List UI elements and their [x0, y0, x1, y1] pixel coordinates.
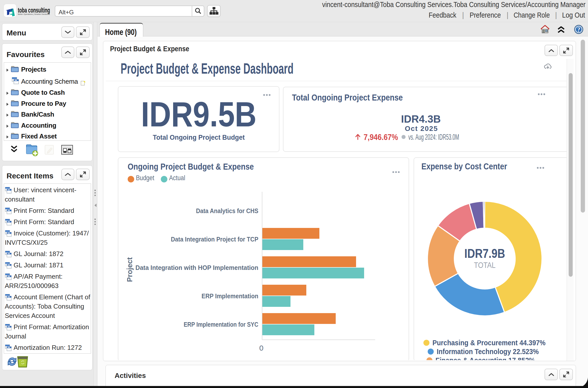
svg-text:Preference: Preference: [470, 11, 501, 19]
svg-text:vs. Aug 2024: IDR53.0M: vs. Aug 2024: IDR53.0M: [408, 133, 459, 141]
svg-text:Total Ongoing Project Budget: Total Ongoing Project Budget: [153, 133, 245, 141]
svg-text:7,946.67%: 7,946.67%: [364, 132, 398, 142]
svg-text:Project: Project: [126, 257, 134, 282]
svg-text:Data Analytics for CHS: Data Analytics for CHS: [196, 207, 258, 215]
svg-text:Home (90): Home (90): [105, 27, 137, 37]
svg-text:vincent-consultant@Toba Consul: vincent-consultant@Toba Consulting Servi…: [322, 1, 585, 9]
svg-text:IDR4.3B: IDR4.3B: [401, 113, 441, 125]
svg-text:Finance & Accounting 17.852%: Finance & Accounting 17.852%: [435, 356, 535, 360]
svg-text:ERP Implementation: ERP Implementation: [202, 292, 258, 300]
svg-text:IDR7.9B: IDR7.9B: [464, 247, 505, 261]
svg-text:|: |: [555, 11, 557, 19]
svg-text:Data Integration Project for T: Data Integration Project for TCP: [171, 235, 258, 243]
svg-text:Oct 2025: Oct 2025: [405, 125, 437, 132]
svg-text:Ongoing Project Budget & Expen: Ongoing Project Budget & Expense: [128, 162, 254, 171]
svg-text:?: ?: [577, 26, 580, 33]
svg-text:Data Integration with HOP Impl: Data Integration with HOP Implementation: [135, 264, 258, 271]
svg-text:Purchasing & Procurement 44.39: Purchasing & Procurement 44.397%: [432, 338, 546, 347]
svg-text:Expense by Cost Center: Expense by Cost Center: [421, 161, 507, 171]
svg-text:Budget: Budget: [136, 174, 154, 182]
svg-text:0: 0: [259, 344, 264, 352]
svg-text:Change Role: Change Role: [514, 11, 550, 19]
svg-text:|: |: [507, 11, 509, 19]
svg-text:Better Operations | Smarter De: Better Operations | Smarter Decisions: [18, 13, 50, 15]
svg-text:IDR9.5B: IDR9.5B: [141, 94, 257, 134]
svg-text:Project Budget & Expense: Project Budget & Expense: [110, 45, 189, 53]
svg-text:Log Out: Log Out: [562, 11, 585, 19]
svg-text:Project Budget & Expense Dashb: Project Budget & Expense Dashboard: [121, 60, 293, 77]
svg-text:ERP Implementation for SYC: ERP Implementation for SYC: [184, 321, 258, 328]
svg-text:Actual: Actual: [169, 174, 185, 182]
svg-text:TOTAL: TOTAL: [474, 261, 496, 270]
svg-text:|: |: [462, 11, 464, 19]
svg-text:Total Ongoing Project Expense: Total Ongoing Project Expense: [292, 92, 403, 102]
svg-text:Feedback: Feedback: [429, 11, 456, 19]
svg-text:Information Technology 22.523%: Information Technology 22.523%: [437, 347, 539, 356]
